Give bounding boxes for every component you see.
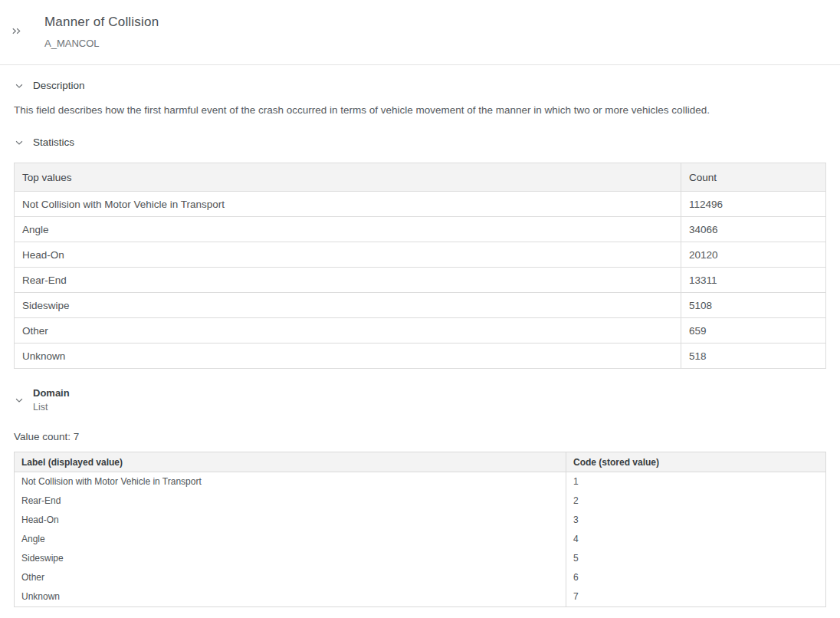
table-row: Unknown 518	[15, 344, 826, 369]
table-row: Unknown 7	[15, 587, 826, 607]
top-value-label: Unknown	[15, 344, 681, 369]
field-description-text: This field describes how the first harmf…	[14, 104, 825, 116]
top-value-count: 518	[681, 344, 826, 369]
statistics-section-label: Statistics	[33, 136, 74, 148]
description-section-toggle[interactable]: Description	[14, 80, 825, 91]
value-count-label: Value count: 7	[14, 431, 825, 443]
table-row: Not Collision with Motor Vehicle in Tran…	[15, 472, 826, 492]
field-details-content: Description This field describes how the…	[0, 80, 840, 607]
domain-values-table: Label (displayed value) Code (stored val…	[14, 452, 826, 607]
page-title: Manner of Collision	[44, 15, 159, 30]
table-row: Angle 34066	[15, 217, 826, 242]
chevron-down-icon[interactable]	[14, 395, 25, 406]
domain-code: 1	[566, 472, 826, 492]
domain-code: 4	[566, 530, 826, 549]
domain-label: Unknown	[15, 587, 566, 607]
top-value-label: Other	[15, 318, 681, 344]
column-header-code: Code (stored value)	[566, 452, 826, 472]
domain-label: Rear-End	[15, 491, 566, 511]
top-value-label: Not Collision with Motor Vehicle in Tran…	[15, 192, 681, 217]
domain-code: 7	[566, 587, 826, 607]
table-row: Not Collision with Motor Vehicle in Tran…	[15, 192, 826, 217]
top-value-count: 5108	[681, 293, 826, 318]
table-header-row: Top values Count	[15, 163, 826, 192]
top-value-count: 112496	[681, 192, 826, 217]
table-header-row: Label (displayed value) Code (stored val…	[15, 452, 826, 472]
column-header-count: Count	[681, 163, 826, 192]
double-chevron-right-icon	[11, 25, 22, 37]
description-section-label: Description	[33, 80, 85, 91]
top-value-count: 34066	[681, 217, 826, 242]
table-row: Head-On 20120	[15, 242, 826, 268]
domain-label: Other	[15, 568, 566, 587]
field-name: A_MANCOL	[44, 38, 159, 49]
domain-code: 5	[566, 549, 826, 568]
domain-code: 2	[566, 491, 826, 511]
column-header-top-values: Top values	[15, 163, 681, 192]
table-row: Angle 4	[15, 530, 826, 549]
table-row: Sideswipe 5	[15, 549, 826, 568]
top-value-label: Angle	[15, 217, 681, 242]
top-value-label: Head-On	[15, 242, 681, 268]
domain-section-toggle[interactable]: Domain List	[14, 386, 825, 413]
table-row: Sideswipe 5108	[15, 293, 826, 318]
chevron-down-icon[interactable]	[14, 137, 25, 148]
table-row: Head-On 3	[15, 511, 826, 530]
domain-label: Sideswipe	[15, 549, 566, 568]
top-value-label: Sideswipe	[15, 293, 681, 318]
table-row: Rear-End 13311	[15, 268, 826, 293]
domain-code: 6	[566, 568, 826, 587]
table-row: Other 659	[15, 318, 826, 344]
top-value-count: 20120	[681, 242, 826, 268]
statistics-section-toggle[interactable]: Statistics	[14, 136, 825, 148]
table-row: Other 6	[15, 568, 826, 587]
top-value-label: Rear-End	[15, 268, 681, 293]
domain-code: 3	[566, 511, 826, 530]
domain-label: Not Collision with Motor Vehicle in Tran…	[15, 472, 566, 492]
chevron-down-icon[interactable]	[14, 81, 25, 91]
top-value-count: 659	[681, 318, 826, 344]
top-values-table: Top values Count Not Collision with Moto…	[14, 163, 826, 369]
domain-section-label: Domain	[33, 386, 70, 399]
domain-type-label: List	[33, 401, 70, 413]
table-row: Rear-End 2	[15, 491, 826, 511]
domain-label: Head-On	[15, 511, 566, 530]
collapse-panel-button[interactable]	[9, 24, 24, 38]
field-details-header: Manner of Collision A_MANCOL	[0, 0, 840, 65]
column-header-label: Label (displayed value)	[15, 452, 566, 472]
top-value-count: 13311	[681, 268, 826, 293]
domain-label: Angle	[15, 530, 566, 549]
